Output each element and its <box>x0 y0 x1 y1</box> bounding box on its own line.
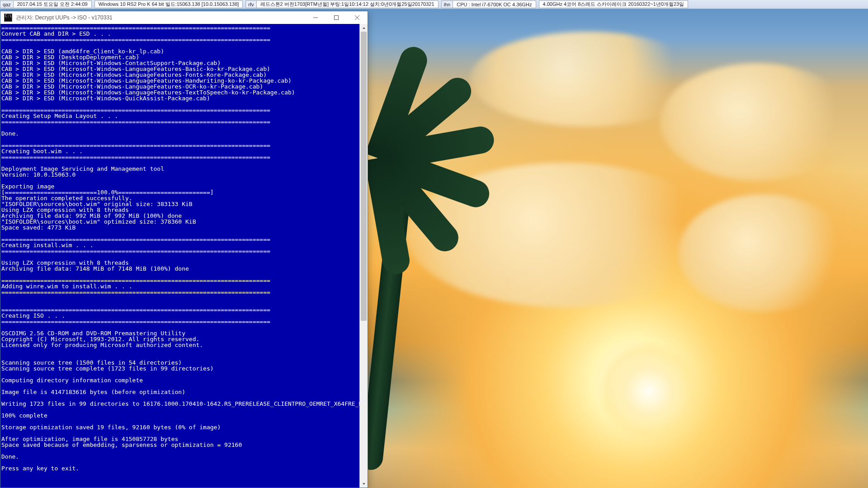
sysinfo-value: 2017.04.15 토요일 오전 2:44:09 <box>13 0 92 8</box>
minimize-button[interactable] <box>305 11 326 24</box>
sysinfo-value: 레드스톤2 버전1703[RTM년월] 부팅:1일10:14:12 설치:0년0… <box>256 0 439 8</box>
console-output[interactable]: ========================================… <box>0 24 359 488</box>
scroll-down-button[interactable] <box>360 480 368 488</box>
sysinfo-item-1: Windows 10 RS2 Pro K 64 bit 빌드:15063.138… <box>94 0 243 8</box>
sysinfo-value: Windows 10 RS2 Pro K 64 bit 빌드:15063.138… <box>94 0 243 8</box>
sysinfo-key: qaz <box>0 0 13 8</box>
sysinfo-key: rfv <box>245 0 256 8</box>
svg-rect-0 <box>335 16 339 20</box>
scroll-thumb[interactable] <box>361 32 367 321</box>
command-prompt-window: 관리자: Decrypt UUPs -> ISO - v170331 =====… <box>0 11 368 488</box>
maximize-button[interactable] <box>326 11 347 24</box>
sysinfo-item-0: qaz2017.04.15 토요일 오전 2:44:09 <box>0 0 92 8</box>
sysinfo-item-4: 4.00GHz 4코어 8스레드 스카이레이크 20160322~1년0개월23… <box>539 0 689 8</box>
sysinfo-value: 4.00GHz 4코어 8스레드 스카이레이크 20160322~1년0개월23… <box>539 0 689 8</box>
sun-glow <box>599 342 698 441</box>
console-scrollbar[interactable] <box>359 24 368 488</box>
sysinfo-item-3: ihnCPU : Intel i7-6700K OC 4.36GHz <box>441 0 536 8</box>
cmd-icon <box>4 14 12 22</box>
window-title: 관리자: Decrypt UUPs -> ISO - v170331 <box>16 14 305 22</box>
window-titlebar[interactable]: 관리자: Decrypt UUPs -> ISO - v170331 <box>0 11 368 24</box>
sysinfo-value: CPU : Intel i7-6700K OC 4.36GHz <box>453 0 536 8</box>
sysinfo-item-2: rfv레드스톤2 버전1703[RTM년월] 부팅:1일10:14:12 설치:… <box>245 0 438 8</box>
scroll-up-button[interactable] <box>360 24 368 32</box>
system-info-bar: qaz2017.04.15 토요일 오전 2:44:09Windows 10 R… <box>0 0 868 9</box>
close-button[interactable] <box>347 11 368 24</box>
sysinfo-key: ihn <box>441 0 453 8</box>
